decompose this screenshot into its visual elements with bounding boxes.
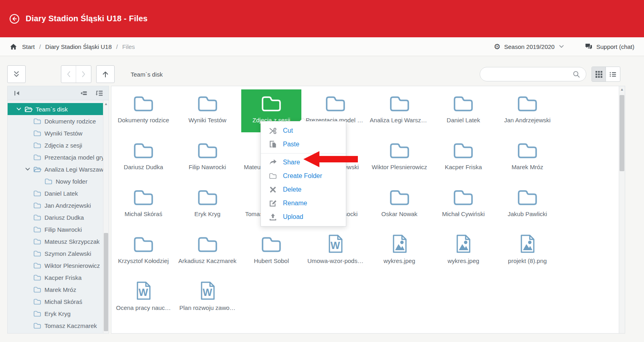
tree-item[interactable]: Filip Nawrocki [8,223,103,235]
file-label: Michał Cywiński [442,210,485,217]
tree-item[interactable]: Mateusz Skrzypczak [8,235,103,247]
session-controls: ⚙ Season 2019/2020 Support (chat) [494,43,634,51]
file-tile-folder[interactable]: Hubert Sobol [241,230,301,273]
file-tile-folder[interactable]: Krzysztof Kołodziej [113,230,174,273]
search-icon[interactable] [573,71,580,78]
scrollbar-thumb[interactable] [104,233,108,331]
file-tile-folder[interactable]: Michał Cywiński [433,183,493,226]
file-tile-word-doc[interactable]: Plan rozwoju zawo… [178,277,238,320]
file-tile-word-doc[interactable]: Ocena pracy nauc… [113,277,174,320]
home-icon[interactable] [10,43,17,50]
breadcrumb-start[interactable]: Start [22,43,35,50]
tree-item[interactable]: Prezentacja model gry [8,151,103,163]
scroll-up-arrow[interactable]: ▲ [619,86,625,91]
tree-item-teams-disk[interactable]: Team`s disk [8,103,103,115]
file-label: Arkadiusz Kaczmarek [178,257,236,264]
folder-tree: Team`s disk Dokumenty rodzice Wyniki Tes… [8,101,103,333]
support-chat-link[interactable]: Support (chat) [568,43,634,50]
go-up-button[interactable] [96,65,115,83]
file-label: Jan Andrzejewski [504,117,551,123]
file-tile-folder[interactable]: Filip Nawrocki [178,136,238,179]
page-title: Diary Stadion Śląski U18 - Files [26,14,147,23]
folder-icon [269,172,277,180]
file-tile-folder[interactable]: Dariusz Dudka [113,136,174,179]
file-tile-folder[interactable]: Kacper Friska [433,136,493,179]
tree-item[interactable]: Szymon Zalewski [8,247,103,259]
tree-item[interactable]: Dokumenty rodzice [8,115,103,127]
search-input[interactable] [487,71,573,78]
tree-item[interactable]: Zdjęcia z sesji [8,139,103,151]
collapse-all-icon[interactable] [95,90,103,97]
scrollbar-thumb[interactable] [620,95,624,171]
tree-item[interactable]: Marek Mróz [8,283,103,295]
outdent-tree-icon[interactable] [80,90,87,97]
context-menu-paste[interactable]: Paste [261,138,346,151]
word-document-icon [199,281,216,301]
context-menu-cut[interactable]: Cut [261,124,346,138]
nav-forward-button[interactable] [76,66,91,83]
menu-item-label: Create Folder [283,172,322,180]
grid-view-button[interactable] [592,67,606,81]
folder-icon [33,130,41,137]
context-menu-upload[interactable]: Upload [261,210,346,224]
file-tile-folder[interactable]: Michał Skóraś [113,183,174,226]
file-grid-scrollbar[interactable]: ▲ [619,86,625,333]
tree-item[interactable]: Jan Andrzejewski [8,199,103,211]
sidebar-scrollbar[interactable]: ▲ [103,101,109,333]
tree-item[interactable]: Kacper Friska [8,271,103,283]
list-view-button[interactable] [606,67,620,81]
chevron-down-icon[interactable] [25,168,30,171]
tree-item[interactable]: Analiza Legi Warszawa [8,163,103,175]
tree-item[interactable]: Wyniki Testów [8,127,103,139]
context-menu-delete[interactable]: Delete [261,183,346,196]
file-tile-word-doc[interactable]: Umowa-wzor-pods… [305,230,365,273]
file-label: Dariusz Dudka [124,164,163,170]
context-menu-share[interactable]: Share [261,156,346,169]
tree-item[interactable]: Dariusz Dudka [8,211,103,223]
menu-item-label: Rename [283,200,307,207]
nav-back-button[interactable] [61,66,76,83]
tree-item-label: Szymon Zalewski [44,250,91,257]
file-tile-folder[interactable]: Daniel Latek [433,89,493,132]
folder-icon [517,95,538,113]
file-tile-folder[interactable]: Dokumenty rodzice [113,89,174,132]
file-tile-folder[interactable]: Jakub Pawlicki [497,183,557,226]
file-tile-folder[interactable]: Marek Mróz [497,136,557,179]
file-tile-image[interactable]: wykres.jpeg [433,230,493,273]
file-tile-folder[interactable]: Oskar Nowak [369,183,430,226]
file-tile-folder[interactable]: Analiza Legi Warszawa [369,89,430,132]
breadcrumb-team[interactable]: Diary Stadion Śląski U18 [45,43,112,50]
expand-toolbar-button[interactable] [7,65,26,83]
folder-tree-sidebar: Team`s disk Dokumenty rodzice Wyniki Tes… [7,86,109,334]
grid-view-icon [596,71,602,78]
file-tile-folder[interactable]: Arkadiusz Kaczmarek [178,230,238,273]
file-tile-folder[interactable]: Eryk Kryg [178,183,238,226]
tree-item-label: Nowy folder [56,178,87,185]
open-folder-icon [24,106,32,113]
file-tile-folder[interactable]: Wiktor Plesnierowicz [369,136,430,179]
tree-item[interactable]: Michał Skóraś [8,295,103,308]
tree-item[interactable]: Tomasz Kaczmarek [8,320,103,332]
context-menu-rename[interactable]: Rename [261,196,346,210]
folder-icon [197,95,218,113]
folder-icon [452,188,474,207]
file-label: Wyniki Testów [188,117,226,123]
file-label: Daniel Latek [447,117,480,123]
file-tile-folder[interactable]: Wyniki Testów [178,89,238,132]
tree-item[interactable]: Daniel Latek [8,187,103,199]
back-icon[interactable] [9,14,20,24]
folder-icon [517,142,538,160]
folder-icon [389,188,410,207]
file-tile-image[interactable]: projekt (8).png [497,230,557,273]
chevron-down-icon[interactable] [16,107,21,111]
file-tile-folder[interactable]: Jan Andrzejewski [497,89,557,132]
season-selector[interactable]: ⚙ Season 2019/2020 [494,43,564,51]
tree-item[interactable]: Eryk Kryg [8,308,103,320]
tree-item[interactable]: Wiktor Plesnierowicz [8,259,103,271]
scroll-up-arrow[interactable]: ▲ [103,101,109,106]
tree-item[interactable]: Nowy folder [8,175,103,187]
file-tile-image[interactable]: wykres.jpeg [369,230,430,273]
collapse-sidebar-icon[interactable] [13,90,21,97]
context-menu-create-folder[interactable]: Create Folder [261,169,346,183]
folder-icon [197,235,218,254]
